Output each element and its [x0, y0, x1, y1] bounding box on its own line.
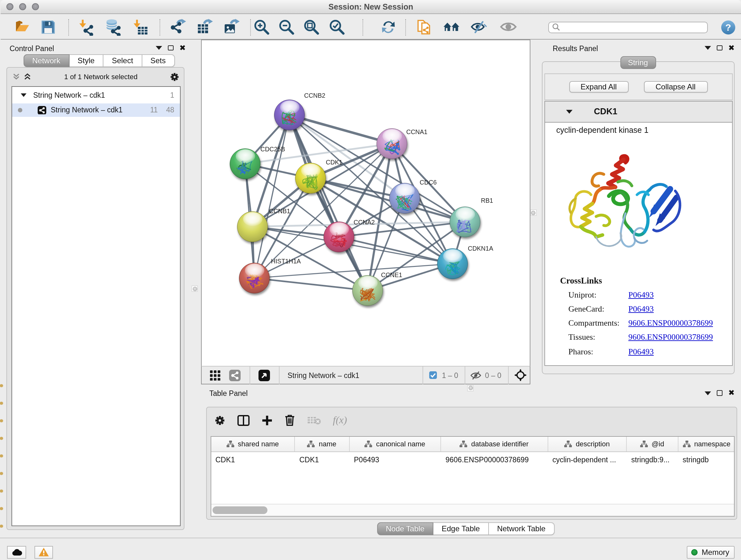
- node-label-CDKN1A[interactable]: CDKN1A: [468, 245, 493, 252]
- node-label-CCNB2[interactable]: CCNB2: [304, 92, 325, 99]
- edge-CCNB2-CCNE1[interactable]: [289, 115, 367, 291]
- hide-selected-icon[interactable]: [470, 18, 488, 36]
- tab-sets[interactable]: Sets: [142, 54, 175, 67]
- expand-all-icon[interactable]: [23, 73, 32, 80]
- zoom-out-icon[interactable]: [278, 18, 295, 36]
- edge-HIST1H1A-CCNE1[interactable]: [254, 278, 367, 291]
- results-panel-menu-icon[interactable]: [705, 46, 711, 50]
- node-label-HIST1H1A[interactable]: HIST1H1A: [271, 258, 301, 265]
- node-label-CDC6[interactable]: CDC6: [419, 179, 436, 186]
- split-table-icon[interactable]: [237, 415, 249, 426]
- node-label-CCNA2[interactable]: CCNA2: [353, 219, 374, 226]
- table-panel-float-icon[interactable]: [717, 390, 723, 396]
- results-panel-close-icon[interactable]: ✖: [728, 45, 735, 51]
- crosslink-pharos[interactable]: P06493: [628, 347, 654, 356]
- export-network-icon[interactable]: [169, 18, 186, 36]
- table-panel-menu-icon[interactable]: [705, 391, 711, 395]
- tab-network[interactable]: Network: [23, 54, 69, 67]
- cell-name[interactable]: CDK1: [295, 452, 349, 467]
- left-splitter-handle[interactable]: [192, 286, 198, 292]
- table-panel-close-icon[interactable]: ✖: [728, 390, 735, 396]
- tab-style[interactable]: Style: [69, 54, 104, 67]
- add-column-icon[interactable]: [261, 415, 272, 426]
- cell--id[interactable]: stringdb:9...: [627, 452, 678, 467]
- save-session-icon[interactable]: [40, 18, 57, 36]
- crosslink-compartments[interactable]: 9606.ENSP00000378699: [628, 318, 713, 327]
- search-input[interactable]: [548, 21, 708, 33]
- network-collection-row[interactable]: String Network – cdk1 1: [12, 86, 180, 103]
- warning-button[interactable]: [35, 546, 53, 558]
- network-node-CDKN1A[interactable]: [437, 248, 467, 279]
- network-graph[interactable]: CCNB2CCNA1CDC25BCDK1CDC6RB1CCNB1CCNA2CDK…: [201, 40, 529, 384]
- tab-node-table[interactable]: Node Table: [377, 522, 433, 535]
- cell-database-identifier[interactable]: 9606.ENSP00000378699: [441, 452, 548, 467]
- network-node-RB1[interactable]: [449, 206, 480, 237]
- column-header-shared-name[interactable]: shared name: [211, 436, 295, 451]
- open-session-icon[interactable]: [13, 18, 30, 36]
- control-panel-float-icon[interactable]: [168, 45, 174, 51]
- grid-view-icon[interactable]: [206, 367, 224, 384]
- node-label-CCNB1[interactable]: CCNB1: [269, 207, 290, 214]
- copy-network-icon[interactable]: [415, 18, 433, 36]
- memory-button[interactable]: Memory: [686, 546, 734, 558]
- network-canvas[interactable]: CCNB2CCNA1CDC25BCDK1CDC6RB1CCNB1CCNA2CDK…: [201, 40, 530, 384]
- network-node-CDC25B[interactable]: [229, 148, 260, 179]
- control-panel-menu-icon[interactable]: [156, 46, 162, 50]
- edge-CCNB2-HIST1H1A[interactable]: [254, 115, 289, 278]
- share-view-icon[interactable]: [226, 367, 244, 384]
- export-image-icon[interactable]: [223, 18, 240, 36]
- cell-description[interactable]: cyclin-dependent ...: [548, 452, 627, 467]
- node-label-RB1[interactable]: RB1: [481, 197, 493, 204]
- import-table-icon[interactable]: [132, 18, 149, 36]
- cloud-button[interactable]: [7, 546, 26, 558]
- tab-edge-table[interactable]: Edge Table: [433, 522, 489, 535]
- network-node-CDC6[interactable]: [389, 183, 419, 213]
- gene-expander-icon[interactable]: [566, 110, 572, 114]
- tab-string[interactable]: String: [620, 56, 656, 69]
- zoom-selected-icon[interactable]: [328, 18, 345, 36]
- collapse-all-button[interactable]: Collapse All: [644, 81, 708, 92]
- column-header-namespace[interactable]: namespace: [678, 436, 735, 451]
- right-splitter-handle[interactable]: [530, 209, 536, 216]
- scrollbar-thumb[interactable]: [212, 506, 267, 514]
- node-label-CDK1[interactable]: CDK1: [326, 159, 342, 166]
- expand-all-button[interactable]: Expand All: [569, 81, 628, 92]
- crosslink-genecard[interactable]: P06493: [628, 304, 654, 313]
- network-row[interactable]: String Network – cdk1 11 48: [12, 103, 180, 117]
- node-label-CDC25B[interactable]: CDC25B: [260, 145, 285, 152]
- table-horizontal-scrollbar[interactable]: [211, 503, 734, 516]
- import-database-icon[interactable]: [105, 18, 122, 36]
- tab-select[interactable]: Select: [104, 54, 142, 67]
- control-panel-close-icon[interactable]: ✖: [179, 45, 186, 51]
- gene-section-header[interactable]: CDK1: [545, 102, 732, 122]
- network-options-gear-icon[interactable]: [170, 72, 179, 81]
- help-icon[interactable]: ?: [719, 19, 737, 36]
- network-node-CCNA1[interactable]: [376, 128, 407, 159]
- table-settings-icon[interactable]: [214, 415, 225, 426]
- crosslink-tissues[interactable]: 9606.ENSP00000378699: [628, 332, 713, 341]
- cell-namespace[interactable]: stringdb: [678, 452, 735, 467]
- table-row[interactable]: CDK1CDK1P064939606.ENSP00000378699cyclin…: [211, 452, 734, 467]
- node-label-CCNE1[interactable]: CCNE1: [381, 271, 402, 278]
- zoom-in-icon[interactable]: [253, 18, 270, 36]
- network-node-CCNA2[interactable]: [323, 222, 354, 252]
- export-table-icon[interactable]: [196, 18, 213, 36]
- cell-canonical-name[interactable]: P06493: [349, 452, 441, 467]
- cell-shared-name[interactable]: CDK1: [211, 452, 295, 467]
- network-node-CCNE1[interactable]: [352, 275, 382, 306]
- node-label-CCNA1[interactable]: CCNA1: [406, 128, 427, 135]
- zoom-fit-icon[interactable]: [302, 18, 320, 36]
- tab-network-table[interactable]: Network Table: [489, 522, 555, 535]
- collection-expander-icon[interactable]: [21, 93, 26, 97]
- refresh-layout-icon[interactable]: [380, 18, 397, 36]
- results-panel-float-icon[interactable]: [717, 45, 723, 51]
- selected-checkbox-icon[interactable]: [429, 371, 437, 379]
- show-all-icon[interactable]: [500, 18, 517, 36]
- locator-icon[interactable]: [514, 369, 526, 381]
- network-node-CDK1[interactable]: [295, 163, 325, 193]
- network-node-HIST1H1A[interactable]: [239, 263, 269, 293]
- collapse-all-icon[interactable]: [12, 73, 20, 80]
- column-header-description[interactable]: description: [548, 436, 627, 451]
- open-in-window-icon[interactable]: [256, 367, 273, 384]
- network-node-CCNB1[interactable]: [237, 211, 267, 242]
